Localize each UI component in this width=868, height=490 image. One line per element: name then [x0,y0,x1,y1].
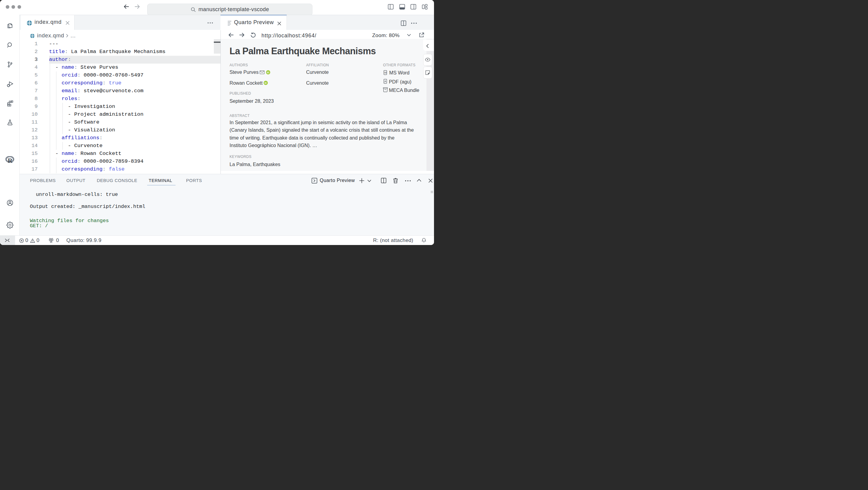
svg-text:W: W [384,71,386,74]
svg-text:R: R [7,157,13,164]
svg-text:iD: iD [267,71,269,74]
svg-text:iD: iD [265,81,267,85]
